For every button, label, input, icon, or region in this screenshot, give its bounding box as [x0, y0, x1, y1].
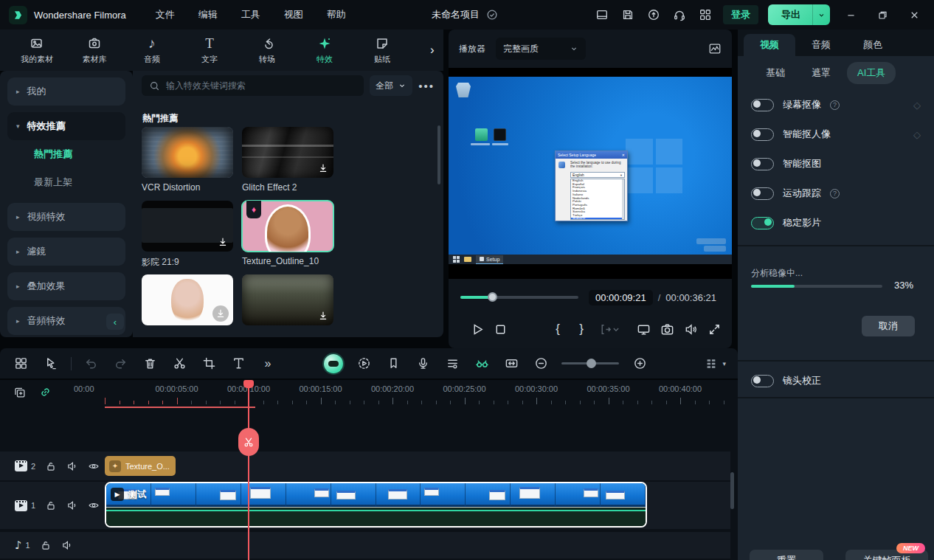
voiceover-icon[interactable] [414, 355, 432, 373]
more-tools-icon[interactable]: » [259, 355, 277, 373]
redo-icon[interactable] [111, 355, 129, 373]
snapshot-button[interactable] [658, 320, 676, 338]
effect-thumbnail[interactable]: ♦ [242, 201, 333, 252]
sidebar-item-我的[interactable]: ▸我的 [7, 77, 125, 106]
tab-视频[interactable]: 视频 [744, 34, 795, 56]
sidebar-subitem-最新上架[interactable]: 最新上架 [0, 168, 133, 196]
zoom-slider-track[interactable] [561, 362, 619, 364]
effect-thumbnail[interactable] [142, 127, 233, 178]
sidebar-item-叠加效果[interactable]: ▸叠加效果 [7, 272, 125, 300]
lock-icon[interactable] [45, 499, 57, 511]
export-button[interactable]: 导出 [768, 4, 830, 25]
media-tab-我的素材[interactable]: 我的素材 [19, 35, 55, 65]
quality-dropdown[interactable]: 完整画质 [496, 38, 586, 60]
effect-card[interactable]: Glitch Effect 2 [242, 127, 333, 193]
绿幕抠像-toggle[interactable] [751, 99, 774, 111]
effect-clip[interactable]: ✦ Texture_O... [105, 456, 176, 476]
minimize-button[interactable] [840, 4, 862, 26]
mark-in-button[interactable]: { [549, 320, 567, 338]
media-tab-文字[interactable]: T文字 [192, 35, 227, 65]
sidebar-collapse-button[interactable]: ‹ [106, 314, 124, 330]
timeline-scrollbar[interactable] [730, 472, 734, 509]
grid-view-icon[interactable] [12, 355, 30, 373]
media-tab-转场[interactable]: 转场 [249, 35, 285, 65]
effect-thumbnail[interactable] [142, 274, 233, 325]
more-options-icon[interactable]: ••• [418, 80, 435, 92]
mute-icon[interactable] [66, 460, 78, 472]
mark-out-button[interactable]: } [572, 320, 590, 338]
effect-card[interactable]: VCR Distortion [142, 127, 233, 193]
effects-scrollbar[interactable] [437, 125, 440, 184]
effect-card[interactable] [142, 274, 233, 337]
effect-thumbnail[interactable] [142, 201, 233, 252]
download-icon[interactable] [317, 310, 329, 322]
time-ruler[interactable]: 00:0000:00:05:0000:00:10:0000:00:15:0000… [0, 380, 738, 408]
ai-assistant-icon[interactable] [324, 354, 343, 373]
effect-thumbnail[interactable] [242, 274, 333, 325]
mute-icon[interactable] [61, 539, 73, 551]
menubar-item[interactable]: 帮助 [318, 5, 355, 24]
undo-icon[interactable] [82, 355, 100, 373]
menubar-item[interactable]: 视图 [275, 5, 312, 24]
secondary-display-button[interactable] [634, 320, 652, 338]
chevron-down-icon[interactable]: ▾ [722, 360, 726, 367]
智能抠人像-toggle[interactable] [751, 128, 774, 141]
help-icon[interactable]: ? [830, 100, 840, 110]
track-manager-icon[interactable]: ▾ [705, 357, 726, 370]
cancel-button[interactable]: 取消 [862, 316, 915, 336]
export-chevron-icon[interactable] [812, 4, 830, 25]
marker-icon[interactable] [384, 355, 402, 373]
lock-icon[interactable] [45, 460, 57, 472]
fullscreen-button[interactable] [705, 320, 723, 338]
filter-dropdown[interactable]: 全部 [370, 75, 412, 96]
upload-cloud-icon[interactable] [646, 7, 662, 23]
subtab-遮罩[interactable]: 遮罩 [801, 62, 841, 84]
close-button[interactable] [903, 4, 925, 26]
smart-tool-icon[interactable] [473, 355, 491, 373]
tab-音频[interactable]: 音频 [795, 34, 847, 56]
zoom-slider-handle[interactable] [587, 359, 596, 368]
insert-chevron-icon[interactable] [611, 320, 621, 338]
effect-card[interactable]: ♦Texture_Outline_10 [242, 201, 333, 267]
media-tab-贴纸[interactable]: 贴纸 [364, 35, 400, 65]
稳定影片-toggle[interactable] [751, 217, 774, 229]
apps-grid-icon[interactable] [697, 7, 713, 23]
seek-handle[interactable] [488, 292, 497, 302]
volume-button[interactable] [682, 320, 699, 338]
search-box[interactable] [142, 75, 364, 96]
split-scissors-button[interactable] [238, 428, 259, 456]
crop-icon[interactable] [200, 355, 218, 373]
lock-icon[interactable] [40, 539, 52, 551]
menubar-item[interactable]: 编辑 [190, 5, 226, 24]
text-tool-icon[interactable] [229, 355, 247, 373]
download-icon[interactable] [212, 305, 229, 322]
zoom-in-icon[interactable] [631, 355, 648, 373]
video-clip-selected[interactable]: ▶ 测试 [105, 482, 647, 528]
login-button[interactable]: 登录 [723, 5, 758, 24]
sidebar-item-特效推薦[interactable]: ▾特效推薦 [7, 112, 125, 140]
help-icon[interactable]: ? [830, 189, 840, 198]
subtab-基础[interactable]: 基础 [755, 62, 795, 84]
sidebar-item-視頻特效[interactable]: ▸視頻特效 [7, 203, 125, 231]
playhead[interactable] [248, 380, 249, 560]
sidebar-subitem-熱門推薦[interactable]: 熱門推薦 [0, 140, 133, 168]
eye-icon[interactable] [88, 460, 100, 472]
render-preview-icon[interactable] [355, 355, 373, 373]
playhead-handle[interactable] [243, 380, 254, 388]
download-icon[interactable] [217, 236, 229, 248]
menubar-item[interactable]: 工具 [232, 5, 269, 24]
play-button[interactable] [468, 320, 486, 338]
select-tool-icon[interactable] [41, 355, 59, 373]
timeline-zoom-slider[interactable] [561, 362, 619, 364]
layout-icon[interactable] [594, 7, 610, 23]
reset-button[interactable]: 重置 [750, 550, 823, 560]
effect-card[interactable]: 影院 21:9 [142, 201, 233, 267]
effect-card[interactable] [242, 274, 333, 337]
media-tab-特效[interactable]: 特效 [307, 35, 342, 65]
stop-button[interactable] [491, 320, 509, 338]
fit-timeline-icon[interactable] [502, 355, 520, 373]
download-icon[interactable] [317, 162, 329, 174]
media-tab-素材库[interactable]: 素材库 [77, 35, 112, 65]
search-input[interactable] [166, 80, 356, 91]
split-icon[interactable] [170, 355, 188, 373]
